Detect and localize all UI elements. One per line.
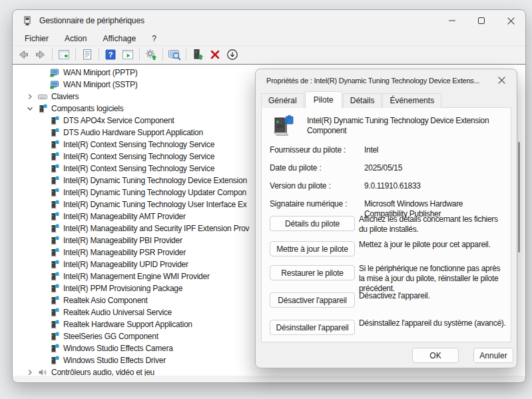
update-driver-button[interactable]: Mettre à jour le pilote [270,241,355,256]
chevron-right-icon[interactable] [27,369,33,376]
tree-item-label: Intel(R) Dynamic Tuning Technology Devic… [63,176,247,185]
tree-item-label: Intel(R) Management Engine WMI Provider [63,272,210,281]
speaker-icon [38,368,47,376]
chevron-right-icon[interactable] [27,93,33,100]
tree-item-label: Composants logiciels [51,104,123,113]
toolbar-separator [186,49,186,61]
action-description: Si le périphérique ne fonctionne pas apr… [359,264,507,294]
uninstall-device-icon [208,48,222,61]
software-component-icon [50,284,59,293]
window-title: Gestionnaire de périphériques [39,16,144,25]
software-component-icon [50,164,59,173]
software-component-icon [50,344,59,353]
disable-device-button[interactable] [224,47,241,63]
tree-item-label: WAN Miniport (PPTP) [63,68,137,77]
uninstall-device-button[interactable]: Désinstaller l'appareil [270,320,355,335]
cancel-button[interactable]: Annuler [473,348,513,363]
toolbar-separator [139,49,140,61]
keyboard-icon [38,92,47,101]
toolbar-separator [162,49,163,61]
tree-item-label: Realtek Audio Universal Service [63,308,172,317]
action-description: Désactivez l'appareil. [359,291,507,301]
tree-item-label: DTS APO4x Service Component [63,116,174,125]
tree-scrollbar-thumb[interactable] [518,142,520,252]
menu-bar: FichierActionAffichage? [13,31,525,46]
tree-item-label: Intel(R) Manageability and Security IPF … [63,224,249,233]
tree-item-label: SteelSeries GG Component [63,332,158,341]
rollback-driver-button[interactable]: Restaurer le pilote [270,265,355,280]
toolbar-separator [99,49,99,61]
menu-item[interactable]: Fichier [22,33,51,45]
desktop: Gestionnaire de périphériques FichierAct… [0,0,532,399]
help-button[interactable]: ? [102,47,119,63]
tree-item-label: Intel(R) Manageability AMT Provider [63,212,186,221]
tree-item-label: Intel(R) Context Sensing Technology Serv… [63,164,214,173]
software-component-icon [50,212,59,221]
svg-text:?: ? [108,51,113,59]
software-component-icon [50,332,59,341]
forward-icon [34,48,47,61]
software-component-icon [50,140,59,149]
tree-item-label: Realtek Asio Component [63,296,148,305]
forward-button[interactable] [32,47,49,63]
menu-item[interactable]: Affichage [100,33,138,45]
action-pane-button[interactable] [119,47,136,63]
maximize-button[interactable] [467,10,496,31]
software-component-icon [50,188,59,197]
properties-button[interactable] [79,47,96,63]
tab-evenements[interactable]: Événements [382,93,441,108]
software-component-icon [50,236,59,245]
network-adapter-icon [50,80,59,89]
enable-device-button[interactable] [189,47,206,63]
tab-pilote[interactable]: Pilote [305,91,342,109]
software-component-icon [50,272,59,281]
help-icon: ? [104,48,117,61]
network-adapter-icon [50,68,59,77]
action-description: Désinstallez l'appareil du système (avan… [359,318,507,328]
disable-device-button[interactable]: Désactiver l'appareil [270,292,355,308]
tree-item-label: Intel(R) PPM Provisioning Package [63,284,182,293]
software-component-icon [50,248,59,257]
disable-device-icon [226,48,239,61]
toolbar: ? [13,46,525,63]
menu-item[interactable]: Action [62,33,89,45]
dialog-close-button[interactable] [495,75,507,87]
tree-item-label: Realtek Hardware Support Application [63,320,192,329]
uninstall-device-button[interactable] [206,47,224,63]
software-component-icon [50,224,59,233]
tree-item-label: Windows Studio Effects Camera [63,344,173,353]
window-controls [437,10,525,31]
close-button[interactable] [496,10,525,31]
driver-actions: Détails du piloteAffichez les détails co… [270,108,507,342]
driver-details-button[interactable]: Détails du pilote [270,216,355,231]
tree-item-label: Windows Studio Effects Driver [63,356,166,365]
tree-item-label: Claviers [51,92,79,101]
device-manager-icon [22,15,33,26]
ok-button[interactable]: OK [412,348,459,363]
action-description: Mettez à jour le pilote pour cet apparei… [359,240,507,250]
toolbar-separator [75,49,76,61]
tab-general[interactable]: Général [261,93,304,108]
tree-item-label: Intel(R) Dynamic Tuning Technology User … [63,200,247,209]
pilote-tab-page: Intel(R) Dynamic Tuning Technology Devic… [261,107,511,342]
title-bar: Gestionnaire de périphériques [13,10,525,31]
tab-details[interactable]: Détails [343,93,382,108]
tree-item-label: Intel(R) Manageability PSR Provider [63,248,186,257]
update-driver-button[interactable] [142,47,160,63]
back-button[interactable] [15,47,32,63]
show-console-tree-icon [57,48,71,61]
tree-item-label: Intel(R) Manageability PBI Provider [63,236,182,245]
software-component-icon [50,308,59,317]
tree-item-label: Contrôleurs audio, vidéo et jeu [51,368,154,376]
show-console-tree-button[interactable] [55,47,73,63]
minimize-button[interactable] [437,10,467,31]
software-component-icon [50,356,59,365]
software-component-icon [50,176,59,185]
scan-hardware-button[interactable] [166,47,183,63]
tree-item-label: Intel(R) Context Sensing Technology Serv… [63,152,214,161]
chevron-down-icon[interactable] [27,105,33,112]
menu-item[interactable]: ? [149,33,159,45]
tree-item-label: DTS Audio Hardware Support Application [63,128,203,137]
software-component-icon [50,128,59,137]
enable-device-icon [191,48,204,61]
